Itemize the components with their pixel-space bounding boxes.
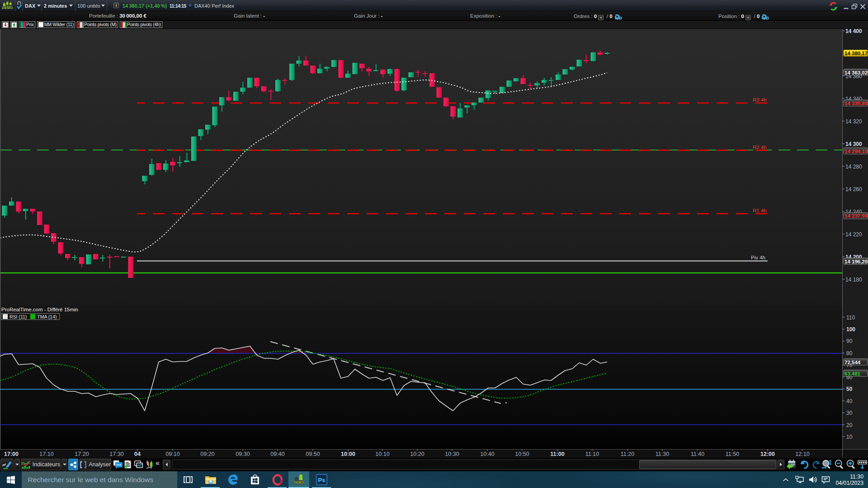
svg-text:17:20: 17:20 — [75, 451, 89, 457]
svg-text:Ps: Ps — [318, 477, 326, 483]
svg-text:14 196,20: 14 196,20 — [844, 259, 868, 264]
svg-text:09:40: 09:40 — [270, 451, 284, 457]
svg-text:100: 100 — [846, 326, 855, 333]
svg-text:12:10: 12:10 — [795, 451, 809, 457]
svg-text:09:20: 09:20 — [200, 451, 214, 457]
svg-text:10:30: 10:30 — [445, 451, 459, 457]
svg-text:72,544: 72,544 — [844, 360, 861, 365]
svg-text:14 294,10: 14 294,10 — [844, 149, 868, 154]
svg-text:09:50: 09:50 — [306, 451, 320, 457]
svg-text:14 320: 14 320 — [845, 118, 862, 125]
svg-text:DEMO: DEMO — [294, 480, 303, 483]
svg-text:12:00: 12:00 — [760, 451, 775, 457]
svg-text:10: 10 — [846, 434, 853, 440]
svg-text:10:20: 10:20 — [410, 451, 424, 457]
svg-text:14 260: 14 260 — [845, 186, 862, 192]
svg-text:10:00: 10:00 — [341, 451, 355, 457]
svg-text:Piv 4h: Piv 4h — [751, 255, 765, 260]
svg-text:11:40: 11:40 — [691, 451, 704, 457]
svg-text:11:10: 11:10 — [585, 451, 599, 457]
svg-text:50: 50 — [846, 386, 853, 392]
svg-text:10:40: 10:40 — [480, 451, 494, 457]
svg-text:17:30: 17:30 — [109, 451, 123, 457]
svg-text:14 280: 14 280 — [845, 164, 862, 170]
svg-text:R1 4h: R1 4h — [753, 208, 767, 213]
svg-text:10:50: 10:50 — [515, 451, 529, 457]
svg-text:17:00: 17:00 — [4, 451, 19, 457]
svg-text:11:30: 11:30 — [656, 451, 669, 457]
svg-text:14 335,80: 14 335,80 — [844, 101, 868, 106]
svg-text:14 180: 14 180 — [845, 277, 862, 283]
svg-text:14 300: 14 300 — [845, 141, 862, 147]
svg-text:10:10: 10:10 — [375, 451, 389, 457]
svg-text:14 363,02: 14 363,02 — [844, 70, 868, 75]
svg-text:14 380,17: 14 380,17 — [844, 51, 868, 56]
svg-text:30: 30 — [846, 410, 853, 416]
svg-text:14 400: 14 400 — [845, 29, 862, 34]
svg-text:R2 4h: R2 4h — [753, 145, 767, 150]
svg-text:11:20: 11:20 — [621, 451, 634, 457]
svg-text:14 237,90: 14 237,90 — [844, 213, 868, 219]
svg-text:ProRealTime.com - Différé 15mi: ProRealTime.com - Différé 15min — [1, 307, 78, 312]
svg-text:11:00: 11:00 — [550, 451, 564, 457]
svg-text:40: 40 — [846, 398, 853, 404]
svg-text:63,481: 63,481 — [844, 371, 861, 376]
svg-text:09:30: 09:30 — [236, 451, 250, 457]
svg-text:17:10: 17:10 — [39, 451, 53, 457]
svg-text:R3 4h: R3 4h — [753, 97, 767, 103]
svg-text:11:50: 11:50 — [726, 451, 739, 457]
svg-text:80: 80 — [846, 350, 853, 357]
svg-text:110: 110 — [846, 314, 855, 321]
svg-text:09:10: 09:10 — [165, 451, 179, 457]
svg-text:20: 20 — [846, 422, 853, 428]
svg-text:04: 04 — [134, 451, 141, 457]
svg-text:90: 90 — [846, 338, 853, 344]
svg-text:14 220: 14 220 — [845, 231, 862, 238]
